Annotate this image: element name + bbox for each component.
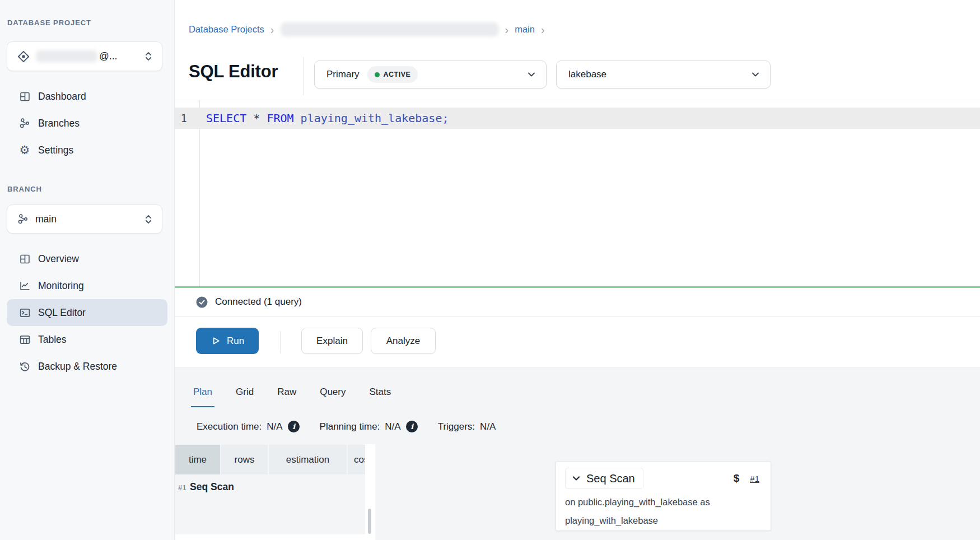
branch-nav: Overview Monitoring SQL Editor Tables <box>7 245 167 380</box>
sql-editor-icon <box>18 307 31 319</box>
connection-status-text: Connected (1 query) <box>215 296 302 308</box>
plan-node-header: Seq Scan $ #1 <box>556 462 771 489</box>
nav-label: Dashboard <box>38 91 86 103</box>
chevron-down-icon <box>526 69 537 80</box>
branch-label: BRANCH <box>7 185 42 193</box>
database-project-label: DATABASE PROJECT <box>7 18 91 27</box>
toolbar-divider <box>280 331 281 353</box>
plan-column-estimation[interactable]: estimation <box>269 445 347 474</box>
plan-row-index: #1 <box>178 483 186 492</box>
node-title: Seq Scan <box>586 472 635 485</box>
execution-time-stat: Execution time: N/A i <box>197 421 300 432</box>
nav-label: Overview <box>38 253 79 265</box>
sidebar-item-branches[interactable]: Branches <box>7 110 167 137</box>
plan-table-hscrollbar-track <box>175 534 365 540</box>
chevron-right-icon: › <box>541 25 545 34</box>
tab-plan[interactable]: Plan <box>191 387 214 407</box>
plan-table-scrollbar-track <box>365 444 375 540</box>
dashboard-icon <box>18 91 31 103</box>
sql-operator: * <box>246 111 267 125</box>
check-circle-icon <box>196 296 208 308</box>
project-nav: Dashboard Branches ⚙ Settings <box>7 83 167 164</box>
breadcrumb: Database Projects › › main › <box>189 22 545 36</box>
nav-label: Monitoring <box>38 280 84 292</box>
sql-statement: SELECT * FROM playing_with_lakebase; <box>200 111 449 125</box>
stat-label: Execution time: <box>197 421 262 432</box>
query-toolbar: Run Explain Analyze <box>175 316 980 368</box>
green-status-dot <box>375 72 380 77</box>
line-number: 1 <box>175 112 200 124</box>
sql-keyword: SELECT <box>206 111 246 125</box>
stat-label: Planning time: <box>320 421 380 432</box>
overview-icon <box>18 253 31 265</box>
app-root: DATABASE PROJECT @... Dashboard <box>0 0 980 540</box>
plan-node-seq-scan[interactable]: Seq Scan $ #1 on public.playing_with_lak… <box>556 461 771 531</box>
analyze-button[interactable]: Analyze <box>371 328 436 354</box>
sidebar-item-settings[interactable]: ⚙ Settings <box>7 137 167 164</box>
sidebar-item-sql-editor[interactable]: SQL Editor <box>7 299 167 326</box>
nav-label: Branches <box>38 118 80 129</box>
plan-column-time[interactable]: time <box>175 445 220 474</box>
editor-line-1[interactable]: 1 SELECT * FROM playing_with_lakebase; <box>175 108 980 129</box>
chevron-right-icon: › <box>270 25 274 34</box>
tab-stats[interactable]: Stats <box>367 387 393 407</box>
node-ref-link[interactable]: #1 <box>750 474 759 483</box>
run-button[interactable]: Run <box>196 328 259 354</box>
sidebar-item-dashboard[interactable]: Dashboard <box>7 83 167 110</box>
branch-name: main <box>35 213 57 225</box>
explain-button[interactable]: Explain <box>301 328 363 354</box>
cost-indicator: $ <box>734 472 740 485</box>
tab-query[interactable]: Query <box>318 387 348 407</box>
nav-label: SQL Editor <box>38 307 86 319</box>
plan-row-label: Seq Scan <box>190 481 234 493</box>
endpoint-dropdown[interactable]: Primary ACTIVE <box>314 60 547 89</box>
node-detail-line: playing_with_lakebase <box>565 511 762 530</box>
play-icon <box>211 336 221 346</box>
nav-label: Backup & Restore <box>38 361 117 373</box>
sidebar-item-backup-restore[interactable]: Backup & Restore <box>7 353 167 380</box>
chevron-down-icon <box>750 69 761 80</box>
breadcrumb-database-projects[interactable]: Database Projects <box>189 24 264 35</box>
plan-row-seq-scan[interactable]: #1 Seq Scan <box>178 481 234 493</box>
sql-identifier: playing_with_lakebase; <box>294 111 449 125</box>
triggers-stat: Triggers: N/A <box>438 421 496 432</box>
sql-editor-area[interactable]: 1 SELECT * FROM playing_with_lakebase; <box>175 100 980 286</box>
nav-label: Settings <box>38 145 73 156</box>
chevron-updown-icon <box>144 51 153 62</box>
active-status-badge: ACTIVE <box>367 66 418 83</box>
main-panel: Database Projects › › main › SQL Editor … <box>175 0 980 540</box>
sidebar-item-overview[interactable]: Overview <box>7 245 167 272</box>
node-collapse-button[interactable]: Seq Scan <box>565 468 643 489</box>
planning-time-stat: Planning time: N/A i <box>320 421 418 432</box>
branches-icon <box>18 118 31 129</box>
plan-metric-columns: time rows estimation cost <box>175 445 365 474</box>
info-icon[interactable]: i <box>288 421 300 432</box>
title-divider <box>303 57 304 95</box>
info-icon[interactable]: i <box>406 421 418 432</box>
breadcrumb-main-branch[interactable]: main <box>515 24 535 35</box>
tab-grid[interactable]: Grid <box>234 387 256 407</box>
chevron-updown-icon <box>144 214 153 225</box>
sidebar: DATABASE PROJECT @... Dashboard <box>0 0 175 540</box>
branch-icon <box>17 213 29 225</box>
run-label: Run <box>227 336 244 347</box>
node-detail-line: on public.playing_with_lakebase as <box>565 493 762 511</box>
plan-column-rows[interactable]: rows <box>221 445 268 474</box>
branch-selector[interactable]: main <box>7 204 162 234</box>
stat-value: N/A <box>480 421 496 432</box>
badge-label: ACTIVE <box>384 71 411 78</box>
tab-raw[interactable]: Raw <box>275 387 298 407</box>
gear-icon: ⚙ <box>18 145 31 156</box>
sql-keyword: FROM <box>267 111 293 125</box>
scrollbar-thumb[interactable] <box>368 509 371 534</box>
monitoring-icon <box>18 280 31 292</box>
stat-value: N/A <box>385 421 400 432</box>
plan-column-cost[interactable]: cost <box>348 445 365 474</box>
database-dropdown[interactable]: lakebase <box>556 60 771 89</box>
results-panel: Plan Grid Raw Query Stats Execution time… <box>175 368 980 540</box>
compass-icon <box>17 50 30 63</box>
sidebar-item-tables[interactable]: Tables <box>7 326 167 353</box>
project-selector[interactable]: @... <box>7 41 162 71</box>
sidebar-item-monitoring[interactable]: Monitoring <box>7 272 167 299</box>
page-title: SQL Editor <box>189 62 278 82</box>
